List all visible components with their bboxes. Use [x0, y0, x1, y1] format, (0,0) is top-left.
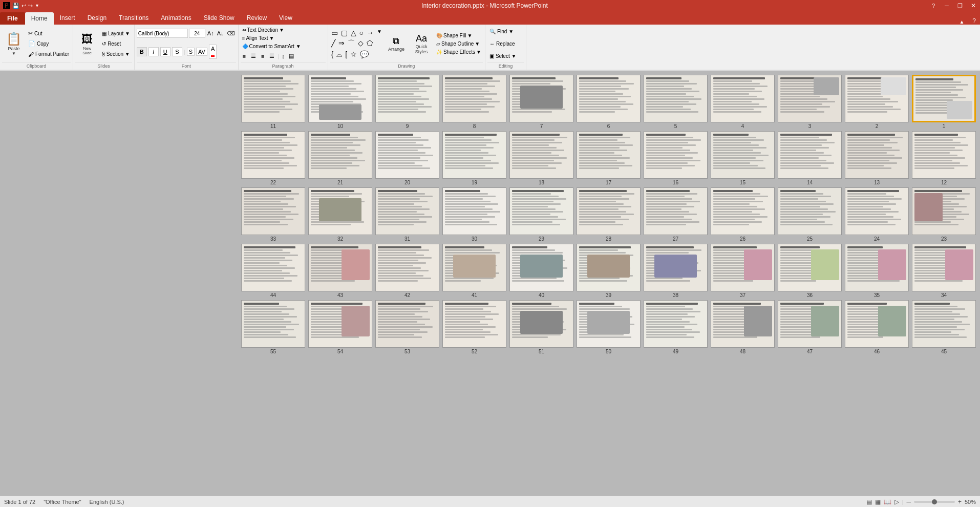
slide-preview-13[interactable]	[845, 131, 909, 179]
align-left-btn[interactable]: ≡	[241, 52, 248, 61]
slide-preview-42[interactable]	[375, 244, 439, 291]
reading-view-btn[interactable]: 📖	[884, 498, 891, 505]
bracket-shape[interactable]: [	[344, 50, 348, 59]
slide-preview-31[interactable]	[375, 187, 439, 235]
slide-preview-14[interactable]	[778, 131, 842, 179]
slide-preview-18[interactable]	[509, 131, 573, 179]
close-btn[interactable]: ✕	[967, 0, 980, 11]
slide-preview-15[interactable]	[711, 131, 775, 179]
file-tab[interactable]: File	[0, 12, 25, 25]
paste-button[interactable]: 📋 Paste ▼	[2, 28, 26, 60]
slide-preview-27[interactable]	[644, 187, 708, 235]
slide-show-tab[interactable]: Slide Show	[198, 11, 241, 25]
format-painter-button[interactable]: 🖌 Format Painter	[27, 49, 71, 59]
font-name-input[interactable]	[137, 29, 188, 38]
animations-tab[interactable]: Animations	[155, 11, 197, 25]
reset-button[interactable]: ↺ Reset	[100, 39, 132, 49]
home-tab[interactable]: Home	[25, 12, 54, 25]
text-direction-button[interactable]: ⇔ Text Direction ▼	[241, 27, 286, 33]
find-button[interactable]: 🔍 Find ▼	[487, 27, 524, 36]
bold-button[interactable]: B	[137, 47, 147, 56]
slide-preview-39[interactable]	[577, 244, 641, 291]
save-btn[interactable]: 💾	[12, 3, 19, 9]
convert-smartart-button[interactable]: 🔷 Convert to SmartArt ▼	[241, 43, 303, 50]
slide-preview-28[interactable]	[577, 187, 641, 235]
slide-preview-32[interactable]	[308, 187, 372, 235]
slideshow-btn[interactable]: ▷	[894, 498, 899, 505]
slide-preview-51[interactable]	[509, 300, 573, 348]
undo-btn[interactable]: ↩	[22, 3, 26, 9]
slide-preview-47[interactable]	[778, 300, 842, 348]
arc-shape[interactable]: ⌓	[335, 50, 343, 59]
slide-preview-3[interactable]	[778, 75, 842, 122]
slide-preview-16[interactable]	[644, 131, 708, 179]
slide-sorter-btn[interactable]: ▦	[875, 498, 881, 505]
slide-preview-49[interactable]	[644, 300, 708, 348]
rounded-rect-shape[interactable]: ▢	[340, 28, 349, 37]
shape-effects-button[interactable]: ✨ Shape Effects ▼	[435, 49, 483, 55]
justify-btn[interactable]: ☰	[267, 51, 276, 61]
redo-btn[interactable]: ↪	[28, 3, 33, 9]
slide-preview-1[interactable]	[912, 75, 976, 122]
select-button[interactable]: ▣ Select ▼	[487, 51, 524, 61]
slide-preview-38[interactable]	[644, 244, 708, 291]
slide-preview-4[interactable]	[711, 75, 775, 122]
underline-button[interactable]: U	[160, 47, 171, 56]
align-text-button[interactable]: ≡ Align Text ▼	[241, 35, 276, 41]
slide-preview-34[interactable]	[912, 244, 976, 291]
shape-fill-button[interactable]: 🎨 Shape Fill ▼	[435, 32, 483, 39]
slide-preview-25[interactable]	[778, 187, 842, 235]
slide-preview-54[interactable]	[308, 300, 372, 348]
slide-preview-17[interactable]	[577, 131, 641, 179]
zoom-out-btn[interactable]: ─	[906, 498, 911, 505]
slide-preview-20[interactable]	[375, 131, 439, 179]
replace-button[interactable]: ↔ Replace	[487, 39, 524, 49]
curve-shape[interactable]: ⌒	[347, 38, 356, 49]
slide-preview-12[interactable]	[912, 131, 976, 179]
zoom-slider[interactable]	[914, 501, 955, 503]
star-shape[interactable]: ☆	[349, 50, 358, 59]
shape-outline-button[interactable]: ▱ Shape Outline ▼	[435, 40, 483, 47]
slide-preview-24[interactable]	[845, 187, 909, 235]
restore-btn[interactable]: ❐	[953, 0, 967, 11]
slide-preview-11[interactable]	[241, 75, 305, 122]
layout-button[interactable]: ▦ Layout ▼	[100, 29, 132, 38]
zoom-in-btn[interactable]: +	[958, 498, 962, 505]
slide-preview-44[interactable]	[241, 244, 305, 291]
slide-preview-7[interactable]	[509, 75, 573, 122]
line-spacing-btn[interactable]: ↕	[280, 52, 286, 60]
slide-preview-22[interactable]	[241, 131, 305, 179]
ribbon-minimize-btn[interactable]: ▲	[955, 19, 968, 25]
slide-preview-19[interactable]	[442, 131, 506, 179]
slide-preview-50[interactable]	[577, 300, 641, 348]
slide-preview-8[interactable]	[442, 75, 506, 122]
slide-preview-40[interactable]	[509, 244, 573, 291]
slide-preview-21[interactable]	[308, 131, 372, 179]
view-tab[interactable]: View	[273, 11, 299, 25]
slide-preview-55[interactable]	[241, 300, 305, 348]
slide-preview-53[interactable]	[375, 300, 439, 348]
transitions-tab[interactable]: Transitions	[113, 11, 155, 25]
slides-panel[interactable]: 1110987654321222120191817161514131233323…	[0, 71, 980, 496]
decrease-font-btn[interactable]: A↓	[216, 30, 225, 37]
circle-shape[interactable]: ○	[358, 28, 365, 37]
align-right-btn[interactable]: ≡	[259, 52, 266, 61]
line-shape[interactable]: ╱	[330, 38, 336, 49]
triangle-shape[interactable]: △	[350, 28, 357, 37]
help-btn[interactable]: ?	[927, 0, 940, 11]
diamond-shape[interactable]: ◇	[357, 38, 365, 49]
slide-preview-5[interactable]	[644, 75, 708, 122]
shadow-btn[interactable]: S	[187, 48, 195, 56]
review-tab[interactable]: Review	[241, 11, 273, 25]
help-icon[interactable]: ?	[968, 17, 980, 25]
new-slide-button[interactable]: 🖼 NewSlide	[75, 28, 99, 60]
align-center-btn[interactable]: ☰	[249, 51, 258, 61]
arrange-button[interactable]: ⧉ Arrange	[385, 28, 408, 60]
arrow-shape[interactable]: →	[366, 28, 375, 37]
slide-preview-46[interactable]	[845, 300, 909, 348]
slide-preview-23[interactable]	[912, 187, 976, 235]
strikethrough-button[interactable]: S	[172, 47, 182, 56]
minimize-btn[interactable]: ─	[940, 0, 953, 11]
arrow2-shape[interactable]: ⇒	[337, 38, 346, 49]
slide-preview-52[interactable]	[442, 300, 506, 348]
